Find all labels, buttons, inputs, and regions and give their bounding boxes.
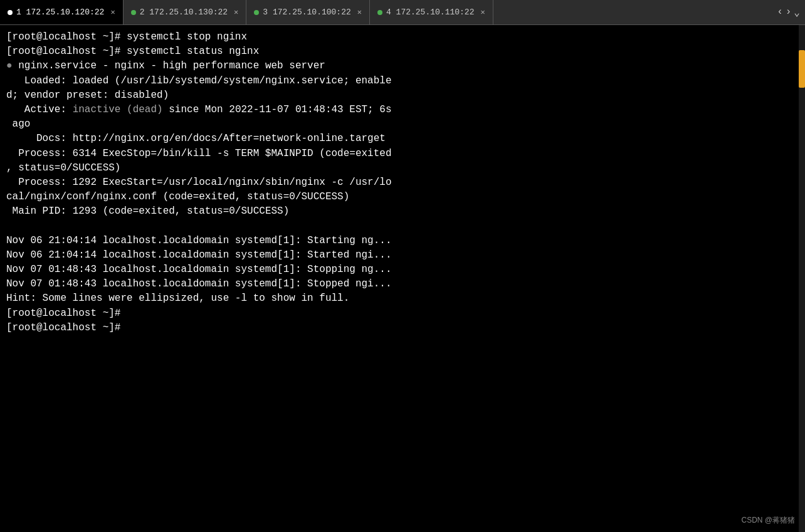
tab-1-close[interactable]: ✕ — [110, 8, 115, 17]
tab-4[interactable]: 4 172.25.10.110:22 ✕ — [370, 0, 493, 24]
terminal-area[interactable]: [root@localhost ~]# systemctl stop nginx… — [0, 25, 805, 532]
tab-4-dot — [377, 10, 382, 15]
line-17: Nov 07 01:48:43 localhost.localdomain sy… — [6, 263, 799, 277]
scrollbar-thumb[interactable] — [799, 50, 805, 88]
tab-prev-arrow[interactable]: ‹ — [777, 6, 783, 19]
tab-nav: ‹ › ⌄ — [772, 6, 805, 19]
tab-3[interactable]: 3 172.25.10.100:22 ✕ — [246, 0, 370, 24]
tab-2[interactable]: 2 172.25.10.130:22 ✕ — [124, 0, 247, 24]
watermark: CSDN @蒋猪猪 — [741, 515, 795, 526]
line-5: d; vendor preset: disabled) — [6, 88, 799, 103]
tab-1-dot — [8, 10, 13, 15]
tab-3-close[interactable]: ✕ — [357, 8, 362, 17]
scrollbar[interactable] — [799, 25, 805, 532]
line-15: Nov 06 21:04:14 localhost.localdomain sy… — [6, 234, 799, 248]
line-9: Process: 6314 ExecStop=/bin/kill -s TERM… — [6, 147, 799, 161]
tab-menu-arrow[interactable]: ⌄ — [794, 6, 800, 19]
line-16: Nov 06 21:04:14 localhost.localdomain sy… — [6, 248, 799, 263]
tab-2-close[interactable]: ✕ — [234, 8, 238, 17]
line-18: Nov 07 01:48:43 localhost.localdomain sy… — [6, 277, 799, 291]
line-8: Docs: http://nginx.org/en/docs/After=net… — [6, 132, 799, 146]
line-13: Main PID: 1293 (code=exited, status=0/SU… — [6, 204, 799, 219]
tab-4-close[interactable]: ✕ — [480, 8, 485, 17]
line-7: ago — [6, 117, 799, 132]
line-1: [root@localhost ~]# systemctl stop nginx — [6, 30, 799, 44]
line-19: Hint: Some lines were ellipsized, use -l… — [6, 291, 799, 306]
line-2: [root@localhost ~]# systemctl status ngi… — [6, 44, 799, 59]
tab-4-label: 4 172.25.10.110:22 — [386, 8, 474, 17]
tab-2-dot — [131, 10, 136, 15]
tab-3-dot — [254, 10, 259, 15]
tab-bar: 1 172.25.10.120:22 ✕ 2 172.25.10.130:22 … — [0, 0, 805, 25]
line-6: Active: inactive (dead) since Mon 2022-1… — [6, 103, 799, 117]
line-11: Process: 1292 ExecStart=/usr/local/nginx… — [6, 175, 799, 190]
line-10: , status=0/SUCCESS) — [6, 161, 799, 175]
line-12: cal/nginx/conf/nginx.conf (code=exited, … — [6, 190, 799, 204]
line-21: [root@localhost ~]# — [6, 321, 799, 335]
tab-next-arrow[interactable]: › — [786, 6, 792, 19]
tab-3-label: 3 172.25.10.100:22 — [263, 8, 350, 17]
line-4: Loaded: loaded (/usr/lib/systemd/system/… — [6, 74, 799, 88]
tab-1[interactable]: 1 172.25.10.120:22 ✕ — [0, 0, 124, 24]
tab-2-label: 2 172.25.10.130:22 — [140, 8, 228, 17]
line-20: [root@localhost ~]# — [6, 306, 799, 321]
tab-1-label: 1 172.25.10.120:22 — [16, 8, 104, 17]
line-14 — [6, 219, 799, 233]
app-window: 1 172.25.10.120:22 ✕ 2 172.25.10.130:22 … — [0, 0, 805, 532]
line-3: ● nginx.service - nginx - high performan… — [6, 59, 799, 73]
